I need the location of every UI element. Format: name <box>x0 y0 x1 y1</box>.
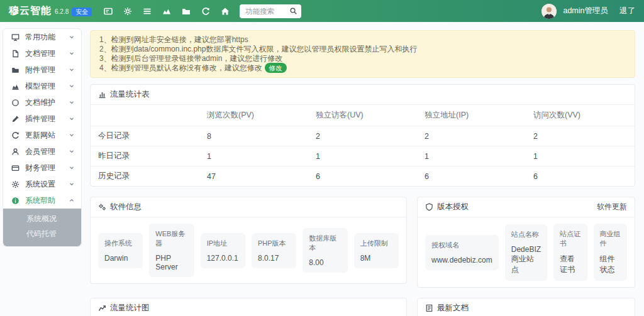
avatar[interactable] <box>541 4 557 19</box>
sidebar-item-finance[interactable]: 财务管理 <box>3 160 81 176</box>
card-label: 站点名称 <box>511 230 541 239</box>
security-alert: 1、检测到网址非安全链接，建议您部署https 2、检测到data/common… <box>90 30 635 78</box>
search-icon[interactable] <box>289 7 297 15</box>
sidebar-item-documents[interactable]: 文档管理 <box>3 45 81 62</box>
sidebar: 常用功能 文档管理 附件管理 模型管理 文档维护 插件管理 更新网站 会员管理 <box>3 28 82 247</box>
alert-line: 2、检测到data/common.inc.php数据库文件写入权限，建议您以管理… <box>99 45 626 54</box>
software-update-link[interactable]: 软件更新 <box>597 202 627 212</box>
cell: 6 <box>526 166 635 187</box>
traffic-chart-panel: 流量统计图 2520 <box>90 298 407 316</box>
info-card-php: PHP版本 8.0.17 <box>252 233 296 268</box>
card-label: 授权域名 <box>431 241 492 250</box>
gear-icon[interactable] <box>118 0 137 22</box>
panel-title: 最新文档 <box>437 303 469 313</box>
modify-badge[interactable]: 修改 <box>265 63 287 73</box>
username[interactable]: admin管理员 <box>563 6 608 16</box>
license-card-domain: 授权域名 www.dedebiz.com <box>425 235 499 270</box>
cell: 1 <box>526 146 635 166</box>
document-icon <box>425 304 433 312</box>
logout-button[interactable]: 退了 <box>619 6 635 16</box>
cell: 2 <box>526 126 635 146</box>
latest-docs-header: 最新文档 <box>418 298 635 316</box>
chevron-down-icon <box>69 116 75 122</box>
card-value: 127.0.0.1 <box>207 254 239 263</box>
license-panel: 版本授权 软件更新 授权域名 www.dedebiz.com 站点名称 Dede… <box>417 197 635 288</box>
row-label: 历史记录 <box>91 166 199 187</box>
sidebar-item-label: 常用功能 <box>25 32 63 43</box>
sidebar-item-settings[interactable]: 系统设置 <box>3 176 81 192</box>
row-label: 今日记录 <box>91 126 199 146</box>
sidebar-submenu: 系统概况 代码托管 <box>3 209 81 246</box>
chevron-up-icon <box>69 197 75 204</box>
submenu-item-overview[interactable]: 系统概况 <box>3 211 81 226</box>
card-value: DedeBIZ商业站点 <box>511 245 541 275</box>
main-content: 1、检测到网址非安全链接，建议您部署https 2、检测到data/common… <box>90 30 635 316</box>
folder-icon[interactable] <box>176 0 196 22</box>
area-chart-icon[interactable] <box>157 0 176 22</box>
sidebar-item-models[interactable]: 模型管理 <box>3 78 81 94</box>
submenu-item-code-hosting[interactable]: 代码托管 <box>3 226 81 241</box>
card-label: 操作系统 <box>104 239 136 248</box>
panel-title: 版本授权 <box>437 202 469 212</box>
cell: 1 <box>417 146 526 166</box>
card-value: 8.00 <box>309 258 341 267</box>
sidebar-item-common[interactable]: 常用功能 <box>3 29 81 45</box>
card-label: 商业组件 <box>600 229 621 248</box>
info-card-ip: IP地址 127.0.0.1 <box>201 233 245 268</box>
refresh-icon[interactable] <box>196 0 215 22</box>
cell: 2 <box>308 126 417 146</box>
menu-icon[interactable] <box>137 0 157 22</box>
cell: 1 <box>308 146 417 166</box>
card-value: www.dedebiz.com <box>431 256 492 264</box>
panel-title: 流量统计表 <box>110 89 150 100</box>
sidebar-item-label: 文档管理 <box>25 48 63 59</box>
chevron-down-icon <box>69 83 75 89</box>
sidebar-item-label: 附件管理 <box>25 65 63 75</box>
shield-icon <box>425 203 433 211</box>
sidebar-item-label: 财务管理 <box>25 163 63 173</box>
sidebar-item-help[interactable]: 系统帮助 <box>3 192 81 209</box>
cell: 47 <box>199 166 308 187</box>
alert-text: 4、检测到管理员默认名称没有修改，建议您修改 <box>99 63 262 72</box>
cell: 1 <box>199 146 308 166</box>
cogs-icon <box>98 203 106 211</box>
alert-line: 4、检测到管理员默认名称没有修改，建议您修改修改 <box>99 63 626 73</box>
chevron-down-icon <box>69 99 75 106</box>
info-card-db: 数据库版本 8.00 <box>303 228 347 273</box>
chevron-down-icon <box>69 67 75 73</box>
sidebar-item-update-site[interactable]: 更新网站 <box>3 127 81 143</box>
home-icon[interactable] <box>215 0 235 22</box>
card-value: 8.0.17 <box>258 254 290 263</box>
col-header-uv: 独立访客(UV) <box>308 105 417 126</box>
sidebar-item-plugins[interactable]: 插件管理 <box>3 111 81 127</box>
sidebar-item-label: 文档维护 <box>25 97 63 108</box>
sidebar-item-attachments[interactable]: 附件管理 <box>3 62 81 78</box>
col-header-pv: 浏览次数(PV) <box>199 105 308 126</box>
license-card-sitename: 站点名称 DedeBIZ商业站点 <box>505 224 547 281</box>
topbar: 穆云智能 6.2.8 安全 <box>0 0 644 22</box>
table-row: 今日记录 8 2 2 2 <box>91 126 635 146</box>
software-info-header: 软件信息 <box>91 197 406 217</box>
sidebar-item-label: 更新网站 <box>25 130 63 141</box>
sidebar-item-members[interactable]: 会员管理 <box>3 143 81 160</box>
card-label: PHP版本 <box>258 239 290 248</box>
user-area: admin管理员 退了 <box>541 4 635 19</box>
license-header: 版本授权 软件更新 <box>418 197 635 217</box>
info-icon <box>11 197 19 205</box>
card-label: WEB服务器 <box>155 229 187 248</box>
cell: 6 <box>308 166 417 187</box>
col-header <box>91 105 199 126</box>
cell: 8 <box>199 126 308 146</box>
sidebar-item-maintenance[interactable]: 文档维护 <box>3 94 81 111</box>
latest-docs-panel: 最新文档 这是一篇测试文章60000 2023-05-15 这是一篇测试文章59… <box>417 298 635 316</box>
view-cert-link[interactable]: 查看证书 <box>560 254 580 275</box>
brand-name: 穆云智能 <box>9 4 52 18</box>
panel-icon[interactable] <box>98 0 118 22</box>
line-chart-icon <box>98 304 106 312</box>
component-status-link[interactable]: 组件状态 <box>600 254 621 275</box>
alert-line: 3、检测到后台管理登录链接带admin，建议您进行修改 <box>99 54 626 63</box>
bar-chart-icon <box>98 90 106 99</box>
card-value: Darwin <box>104 254 136 263</box>
table-row: 昨日记录 1 1 1 1 <box>91 146 635 166</box>
traffic-table-header: 流量统计表 <box>91 85 635 105</box>
